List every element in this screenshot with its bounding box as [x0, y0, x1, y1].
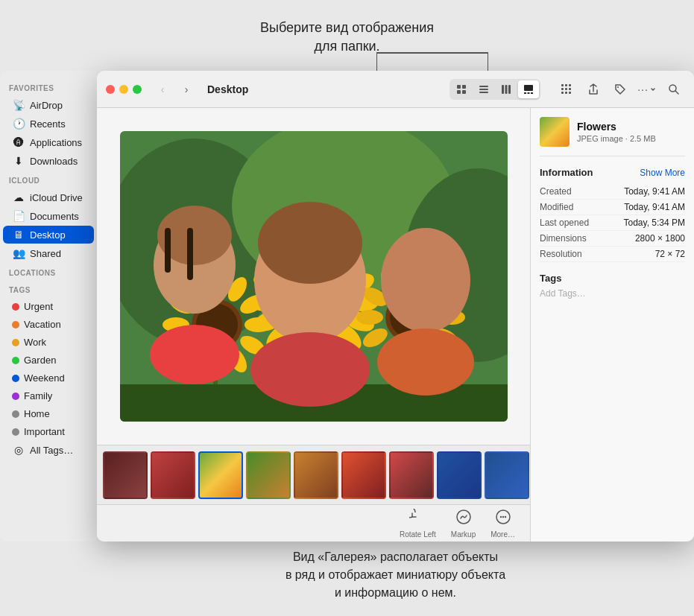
tags-add-placeholder[interactable]: Add Tags… [540, 288, 685, 299]
rotate-left-label: Rotate Left [400, 530, 436, 539]
svg-point-72 [356, 310, 383, 325]
svg-rect-15 [561, 88, 564, 90]
share-button[interactable] [582, 78, 605, 101]
sidebar-section-label-favorites: Favorites [0, 78, 97, 95]
sidebar-item-label: Weekend [24, 372, 65, 384]
svg-rect-6 [479, 92, 488, 93]
thumbnail-3[interactable] [198, 451, 243, 499]
more-action[interactable]: More… [490, 509, 515, 539]
thumbnail-7[interactable] [389, 451, 434, 499]
sidebar-item-all-tags[interactable]: ◎ All Tags… [3, 441, 94, 459]
arrange-button[interactable] [555, 78, 578, 101]
sidebar-item-documents[interactable]: 📄 Documents [3, 207, 94, 225]
icloud-drive-icon: ☁ [12, 191, 25, 203]
svg-rect-11 [524, 92, 526, 94]
titlebar: ‹ › Desktop [97, 71, 694, 108]
svg-point-95 [504, 515, 505, 517]
svg-rect-13 [531, 92, 533, 94]
svg-rect-14 [561, 84, 564, 86]
sidebar-item-weekend[interactable]: Weekend [3, 369, 94, 387]
svg-point-23 [617, 86, 619, 88]
column-view-button[interactable] [496, 80, 517, 98]
bottom-bar: Rotate Left Markup More… [97, 504, 530, 542]
close-button[interactable] [106, 85, 115, 94]
back-button[interactable]: ‹ [154, 80, 171, 98]
forward-button[interactable]: › [177, 80, 195, 98]
thumbnail-1[interactable] [103, 451, 148, 499]
svg-rect-17 [565, 84, 567, 86]
thumb-img-5 [295, 453, 337, 498]
svg-point-82 [258, 202, 362, 284]
sidebar-item-label: AirDrop [30, 100, 63, 111]
thumbnail-6[interactable] [341, 451, 386, 499]
sidebar-item-label: iCloud Drive [30, 192, 83, 203]
sidebar: Favorites 📡 AirDrop 🕐 Recents 🅐 Applicat… [0, 71, 97, 542]
sidebar-item-desktop[interactable]: 🖥 Desktop [3, 226, 94, 244]
minimize-button[interactable] [119, 85, 128, 94]
thumb-img-7 [391, 453, 432, 498]
sidebar-section-icloud: iCloud ☁ iCloud Drive 📄 Documents 🖥 Desk… [0, 171, 97, 262]
sidebar-section-label-tags: Tags [0, 280, 97, 297]
svg-rect-1 [462, 85, 466, 89]
thumbnail-8[interactable] [437, 451, 482, 499]
more-options-button[interactable]: ··· [636, 78, 658, 101]
sidebar-item-shared[interactable]: 👥 Shared [3, 244, 94, 262]
thumb-img-4 [247, 453, 289, 498]
tooltip-top: Выберите вид отображения для папки. [0, 0, 694, 74]
gallery-view-button[interactable] [518, 80, 539, 98]
svg-point-83 [381, 228, 470, 332]
info-rows: Created Today, 9:41 AM Modified Today, 9… [540, 184, 685, 262]
sidebar-item-urgent[interactable]: Urgent [3, 298, 94, 315]
info-label-modified: Modified [540, 202, 573, 212]
tooltip-top-line1: Выберите вид отображения [260, 19, 434, 37]
markup-action[interactable]: Markup [451, 509, 476, 539]
sidebar-item-label: Recents [30, 118, 66, 130]
sidebar-item-label: Shared [30, 248, 61, 259]
sidebar-item-icloud-drive[interactable]: ☁ iCloud Drive [3, 188, 94, 206]
recents-icon: 🕐 [12, 118, 25, 130]
garden-dot [12, 357, 19, 364]
info-row-resolution: Resolution 72 × 72 [540, 247, 685, 262]
info-label-created: Created [540, 186, 572, 197]
list-view-button[interactable] [473, 80, 494, 98]
sidebar-item-applications[interactable]: 🅐 Applications [3, 133, 94, 151]
maximize-button[interactable] [133, 85, 142, 94]
svg-point-93 [499, 515, 501, 517]
sidebar-section-tags: Tags Urgent Vacation Work Garden Weekend… [0, 280, 97, 459]
thumbnail-4[interactable] [246, 451, 291, 499]
sidebar-item-home[interactable]: Home [3, 405, 94, 422]
info-value-modified: Today, 9:41 AM [624, 202, 685, 212]
thumb-img-8 [438, 453, 480, 498]
sidebar-item-label: Important [24, 426, 65, 437]
sidebar-item-downloads[interactable]: ⬇ Downloads [3, 152, 94, 170]
info-value-last-opened: Today, 5:34 PM [624, 217, 686, 228]
info-row-created: Created Today, 9:41 AM [540, 184, 685, 200]
sidebar-item-garden[interactable]: Garden [3, 352, 94, 369]
rotate-left-action[interactable]: Rotate Left [400, 509, 436, 539]
thumbnail-5[interactable] [294, 451, 338, 499]
svg-rect-18 [565, 88, 567, 90]
svg-line-25 [675, 91, 678, 94]
info-row-dimensions: Dimensions 2800 × 1800 [540, 231, 685, 247]
sidebar-item-label: Garden [24, 355, 56, 366]
sidebar-item-family[interactable]: Family [3, 387, 94, 404]
sidebar-item-label: Documents [30, 211, 79, 222]
svg-rect-2 [457, 90, 461, 94]
thumbnail-2[interactable] [151, 451, 195, 499]
sidebar-item-work[interactable]: Work [3, 334, 94, 351]
sidebar-item-vacation[interactable]: Vacation [3, 316, 94, 333]
sidebar-item-important[interactable]: Important [3, 423, 94, 440]
sidebar-item-airdrop[interactable]: 📡 AirDrop [3, 96, 94, 114]
icon-view-button[interactable] [451, 80, 472, 98]
svg-rect-16 [561, 92, 564, 94]
svg-rect-5 [479, 89, 488, 90]
thumbnail-9[interactable] [485, 451, 529, 499]
shared-icon: 👥 [12, 247, 25, 259]
svg-rect-19 [565, 92, 567, 94]
show-more-link[interactable]: Show More [640, 168, 685, 178]
sidebar-item-recents[interactable]: 🕐 Recents [3, 115, 94, 133]
info-file-meta: Flowers JPEG image · 2.5 MB [577, 121, 656, 143]
tag-button[interactable] [609, 78, 631, 101]
tooltip-bottom: Вид «Галерея» располагает объектыв ряд и… [97, 534, 694, 616]
search-button[interactable] [663, 78, 685, 101]
